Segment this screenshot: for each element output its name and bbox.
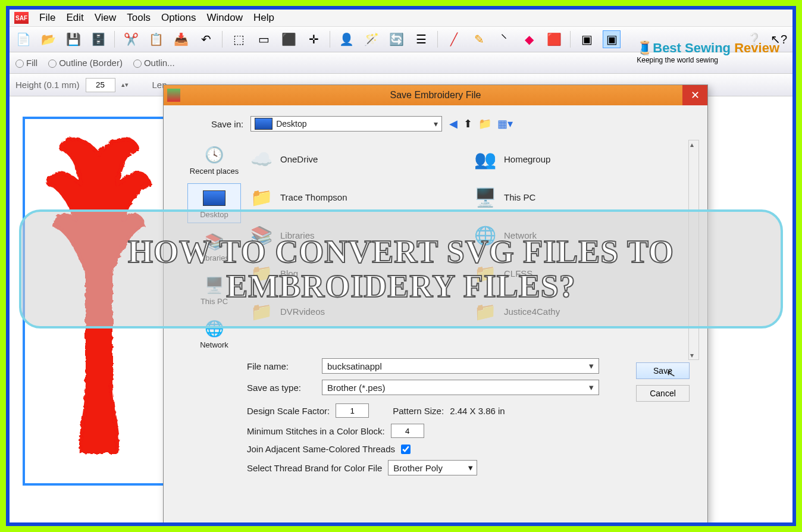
pattern-label: Pattern Size:	[393, 406, 444, 416]
brand-logo: 🧵Best Sewing Review Keeping the world se…	[637, 40, 779, 64]
back-icon[interactable]: ◀	[449, 117, 458, 130]
colors-icon[interactable]: 🟥	[545, 30, 563, 48]
savein-label: Save in:	[211, 119, 243, 129]
place-recent[interactable]: 🕓Recent places	[187, 140, 241, 180]
filename-combo[interactable]: bucksatinappl	[322, 358, 599, 374]
list-item[interactable]: 👥Homegroup	[472, 140, 684, 178]
refresh-icon[interactable]: 🔄	[387, 30, 405, 48]
tool-icon[interactable]: ⬛	[280, 30, 297, 48]
join-checkbox[interactable]	[401, 445, 411, 454]
height-input[interactable]	[86, 78, 115, 92]
app-icon: SAF	[14, 12, 29, 24]
homegroup-icon: 👥	[472, 146, 498, 172]
minstitch-input[interactable]	[391, 424, 424, 438]
thread-select[interactable]: Brother Poly	[388, 460, 477, 475]
tool-icon[interactable]: ⬚	[230, 30, 248, 48]
undo-icon[interactable]: ↶	[197, 30, 215, 48]
brand-tagline: Keeping the world sewing	[637, 56, 779, 64]
separator	[330, 31, 330, 48]
menu-file[interactable]: File	[39, 12, 55, 24]
thread-label: Select Thread Brand for Color File	[247, 463, 382, 473]
separator	[570, 31, 571, 48]
pencil-icon[interactable]: ✎	[470, 30, 488, 48]
menu-tools[interactable]: Tools	[127, 12, 151, 24]
separator	[437, 31, 438, 48]
menu-help[interactable]: Help	[253, 12, 274, 24]
scale-input[interactable]	[336, 403, 369, 418]
newfolder-icon[interactable]: 📁	[478, 117, 491, 130]
fill-radio[interactable]: Fill	[15, 58, 37, 68]
list-icon[interactable]: ☰	[412, 30, 430, 48]
paste-icon[interactable]: 📥	[172, 30, 190, 48]
menu-window[interactable]: Window	[207, 12, 243, 24]
desktop-icon	[255, 118, 272, 130]
minstitch-label: Minimum Stitches in a Color Block:	[247, 426, 385, 436]
savein-combo[interactable]: Desktop	[250, 116, 442, 132]
save-button[interactable]: Save	[636, 362, 690, 379]
join-label: Join Adjacent Same-Colored Threads	[247, 444, 395, 454]
up-icon[interactable]: ⬆	[463, 117, 472, 130]
cloud-icon: ☁️	[248, 146, 274, 172]
scale-label: Design Scale Factor:	[247, 406, 330, 416]
outline-radio[interactable]: Outline (Border)	[48, 58, 123, 68]
menubar: SAF File Edit View Tools Options Window …	[10, 10, 792, 26]
height-label: Height (0.1 mm)	[15, 80, 80, 90]
brush-icon[interactable]: ╱	[445, 30, 463, 48]
cancel-button[interactable]: Cancel	[636, 385, 690, 402]
tool-icon[interactable]: ▭	[255, 30, 272, 48]
menu-edit[interactable]: Edit	[66, 12, 83, 24]
list-item[interactable]: ☁️OneDrive	[248, 140, 460, 178]
savetype-label: Save as type:	[247, 383, 312, 393]
savetype-combo[interactable]: Brother (*.pes)	[322, 380, 599, 395]
person-icon[interactable]: 👤	[337, 30, 355, 48]
dialog-icon	[167, 89, 180, 102]
pick-icon[interactable]: ⸌	[495, 30, 513, 48]
save-icon[interactable]: 💾	[64, 30, 82, 48]
overlay-text: HOW TO CONVERT SVG FILES TO EMBROIDERY F…	[21, 234, 781, 304]
copy-icon[interactable]: 📋	[147, 30, 165, 48]
open-icon[interactable]: 📂	[39, 30, 57, 48]
title-overlay: HOW TO CONVERT SVG FILES TO EMBROIDERY F…	[19, 209, 783, 328]
dialog-titlebar: Save Embroidery File ✕	[164, 85, 707, 105]
userfolder-icon: 📁	[248, 184, 274, 210]
separator	[222, 31, 223, 48]
pattern-value: 2.44 X 3.86 in	[450, 406, 505, 416]
eraser-icon[interactable]: ◆	[520, 30, 538, 48]
cut-icon[interactable]: ✂️	[122, 30, 140, 48]
pc-icon: 🖥️	[472, 184, 498, 210]
menu-options[interactable]: Options	[161, 12, 196, 24]
saveas-icon[interactable]: 🗄️	[89, 30, 107, 48]
filename-label: File name:	[247, 361, 312, 371]
separator	[114, 31, 115, 48]
frame-icon[interactable]: ▣	[578, 30, 596, 48]
frame2-icon[interactable]: ▣	[603, 30, 621, 48]
outline2-radio[interactable]: Outlin...	[133, 58, 175, 68]
wand-icon[interactable]: 🪄	[362, 30, 380, 48]
close-button[interactable]: ✕	[682, 85, 707, 105]
views-icon[interactable]: ▦▾	[497, 117, 513, 130]
dialog-title-text: Save Embroidery File	[390, 90, 481, 101]
new-icon[interactable]: 📄	[14, 30, 32, 48]
menu-view[interactable]: View	[95, 12, 117, 24]
tool-icon[interactable]: ✛	[305, 30, 322, 48]
